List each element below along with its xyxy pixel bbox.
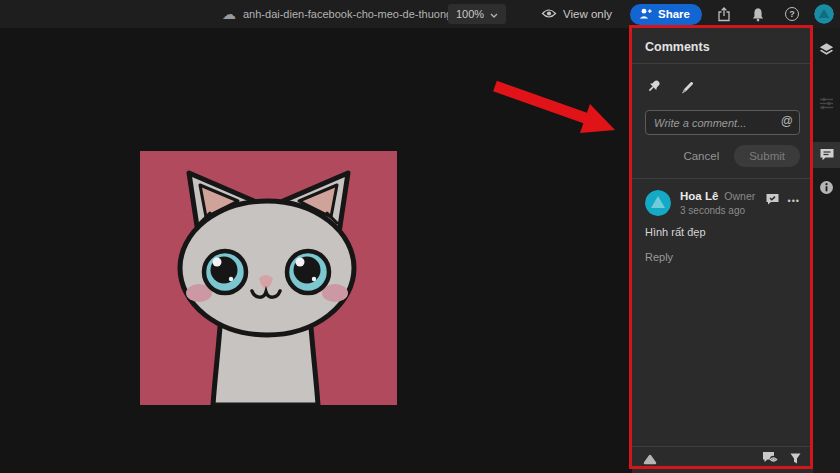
comment-body: Hình rất đẹp [645, 226, 800, 238]
layers-icon[interactable] [813, 36, 840, 62]
info-icon[interactable] [813, 174, 840, 200]
share-button-label: Share [658, 8, 690, 20]
comments-tab-icon[interactable] [813, 142, 840, 168]
help-icon[interactable]: ? [780, 2, 804, 26]
resolve-comment-icon[interactable] [765, 192, 780, 210]
comment-actions: ••• [765, 190, 800, 210]
publish-icon[interactable] [643, 451, 657, 469]
cat-image [140, 151, 397, 405]
app-window: ☁ anh-dai-dien-facebook-cho-meo-de-thuon… [0, 0, 840, 473]
top-toolbar: ☁ anh-dai-dien-facebook-cho-meo-de-thuon… [0, 0, 840, 28]
view-only-indicator[interactable]: View only [541, 8, 612, 21]
comment-author-role: Owner [724, 190, 755, 202]
comments-panel-header: Comments [632, 28, 813, 64]
draw-annotation-icon[interactable] [679, 79, 696, 100]
comment-timestamp: 3 seconds ago [680, 205, 765, 216]
comment-composer: @ [645, 110, 800, 135]
comment-tools-row [632, 64, 813, 110]
properties-icon[interactable] [813, 90, 840, 116]
cat-illustration [140, 151, 397, 405]
pin-comment-icon[interactable] [646, 78, 663, 100]
composer-actions: Cancel Submit [645, 145, 800, 178]
document-title-group[interactable]: ☁ anh-dai-dien-facebook-cho-meo-de-thuon… [222, 0, 478, 28]
reply-button[interactable]: Reply [645, 251, 673, 263]
zoom-level-value: 100% [456, 8, 484, 20]
filter-comments-icon[interactable] [789, 451, 802, 469]
more-options-icon[interactable]: ••• [788, 196, 800, 206]
comment-author: Hoa Lê [680, 190, 718, 202]
submit-button[interactable]: Submit [734, 145, 800, 167]
share-button[interactable]: Share [630, 4, 702, 25]
mention-icon[interactable]: @ [781, 114, 793, 128]
panel-spacer [632, 276, 813, 446]
zoom-level-dropdown[interactable]: 100% [448, 4, 506, 24]
panel-bottom-bar [632, 446, 813, 473]
chevron-down-icon [490, 8, 498, 20]
eye-icon [541, 8, 557, 21]
show-comments-icon[interactable] [762, 451, 779, 469]
comments-panel: Comments @ Cancel Submit [632, 28, 813, 473]
user-avatar[interactable] [814, 4, 834, 24]
export-icon[interactable] [712, 2, 736, 26]
comment-header: Hoa Lê Owner 3 seconds ago ••• [645, 190, 800, 216]
cloud-icon: ☁ [222, 7, 236, 21]
document-title: anh-dai-dien-facebook-cho-meo-de-thuong-… [243, 8, 463, 20]
panel-title: Comments [645, 40, 710, 54]
view-only-label: View only [563, 8, 612, 20]
notifications-bell-icon[interactable] [746, 2, 770, 26]
cancel-button[interactable]: Cancel [683, 150, 719, 162]
add-person-icon [639, 8, 652, 21]
comment-item[interactable]: Hoa Lê Owner 3 seconds ago ••• Hình rất … [632, 179, 813, 276]
commenter-avatar [645, 190, 671, 216]
comment-input[interactable] [645, 110, 800, 135]
toolbar-right-group: View only Share ? [541, 0, 834, 28]
right-tool-strip [813, 28, 840, 473]
comment-meta: Hoa Lê Owner 3 seconds ago [680, 190, 765, 216]
